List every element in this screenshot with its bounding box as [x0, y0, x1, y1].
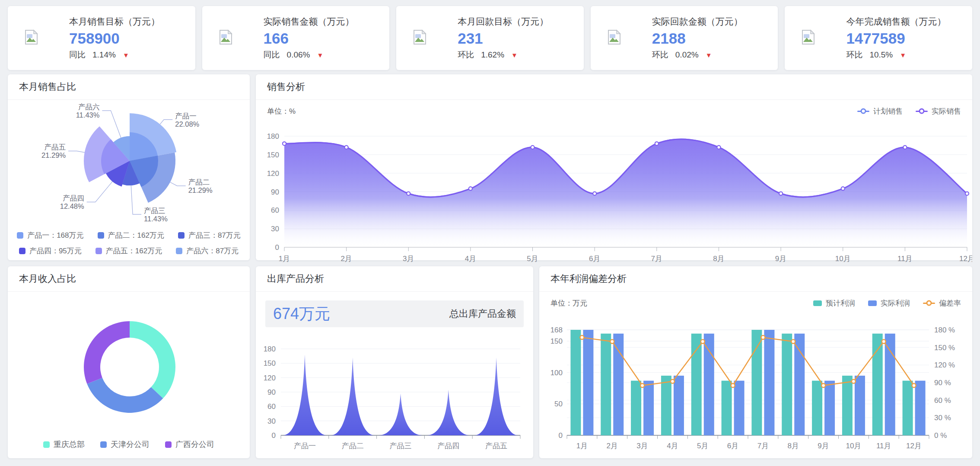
svg-text:3月: 3月	[403, 255, 414, 263]
svg-text:4月: 4月	[667, 442, 678, 450]
svg-text:9月: 9月	[818, 442, 829, 450]
svg-text:120: 120	[267, 169, 279, 178]
legend-swatch	[95, 248, 102, 254]
panel-title: 本月收入占比	[8, 266, 250, 292]
kpi-delta-label: 环比	[846, 49, 862, 61]
legend-swatch	[19, 248, 25, 254]
legend-swatch	[100, 441, 107, 448]
legend-item-deviation-rate[interactable]: 偏差率	[923, 298, 961, 308]
svg-text:产品四: 产品四	[63, 194, 84, 202]
line-marker-icon	[916, 111, 928, 112]
kpi-value: 231	[458, 31, 548, 47]
legend-item[interactable]: 产品四：95万元	[19, 246, 82, 256]
kpi-title: 本月回款目标（万元）	[458, 16, 548, 28]
svg-text:11月: 11月	[897, 255, 913, 263]
kpi-card-year-sales: 今年完成销售额（万元） 1477589 环比10.5%▼	[785, 6, 972, 70]
svg-text:11.43%: 11.43%	[144, 215, 168, 223]
rose-legend: 产品一：168万元 产品二：162万元 产品三：87万元 产品四：95万元 产品…	[8, 230, 250, 256]
svg-text:0: 0	[559, 431, 563, 440]
svg-text:168: 168	[550, 326, 563, 334]
svg-text:3月: 3月	[636, 442, 648, 450]
outbound-products-peak-chart: 0306090120150180产品一产品二产品三产品四产品五	[256, 330, 533, 459]
monthly-income-share-donut-chart	[8, 292, 250, 428]
legend-item[interactable]: 产品二：162万元	[98, 230, 164, 240]
kpi-title: 今年完成销售额（万元）	[846, 16, 946, 28]
legend-swatch	[43, 441, 50, 448]
svg-text:30: 30	[267, 417, 276, 425]
svg-text:11月: 11月	[876, 442, 891, 450]
unit-label: 单位：万元	[550, 298, 587, 308]
svg-text:0: 0	[275, 243, 279, 252]
trend-down-icon: ▼	[706, 51, 712, 59]
legend-item[interactable]: 产品三：87万元	[178, 230, 241, 240]
legend-swatch	[178, 232, 185, 239]
svg-text:150 %: 150 %	[934, 344, 955, 352]
image-placeholder-icon	[217, 29, 234, 46]
legend-item-planned-sales[interactable]: 计划销售	[857, 106, 903, 116]
legend-item-tianjin[interactable]: 天津分公司	[100, 439, 150, 450]
svg-text:10月: 10月	[846, 442, 861, 450]
svg-text:50: 50	[554, 400, 563, 408]
svg-text:产品四: 产品四	[437, 442, 459, 450]
svg-text:180: 180	[267, 132, 279, 140]
svg-text:8月: 8月	[788, 442, 799, 450]
dashboard: 本月销售目标（万元） 758900 同比1.14%▼ 实际销售金额（万元） 16…	[0, 0, 980, 466]
svg-text:21.29%: 21.29%	[41, 151, 66, 159]
svg-text:产品一: 产品一	[294, 442, 316, 450]
svg-text:8月: 8月	[713, 255, 724, 263]
outbound-total-value: 674万元	[273, 303, 330, 325]
legend-swatch	[176, 248, 182, 254]
image-placeholder-icon	[411, 29, 428, 46]
legend-item[interactable]: 产品五：162万元	[95, 246, 162, 256]
svg-text:90: 90	[267, 388, 276, 396]
legend-item[interactable]: 产品一：168万元	[17, 230, 83, 240]
legend-swatch	[813, 300, 822, 306]
kpi-value: 758900	[69, 31, 160, 47]
svg-text:60: 60	[271, 206, 279, 214]
legend-item-actual-profit[interactable]: 实际利润	[868, 298, 910, 308]
legend-swatch	[17, 232, 23, 239]
svg-text:21.29%: 21.29%	[188, 186, 213, 194]
svg-text:11.43%: 11.43%	[76, 111, 100, 119]
svg-text:30: 30	[271, 225, 279, 233]
panel-monthly-sales-share: 本月销售占比 产品一22.08%产品二21.29%产品三11.43%产品四12.…	[8, 74, 250, 260]
kpi-delta-value: 1.62%	[481, 50, 504, 60]
trend-down-icon: ▼	[900, 51, 906, 59]
svg-text:1月: 1月	[279, 255, 290, 263]
legend-item-actual-sales[interactable]: 实际销售	[916, 106, 961, 116]
legend-swatch	[165, 441, 172, 448]
sales-legend: 计划销售 实际销售	[857, 106, 961, 116]
trend-down-icon: ▼	[123, 51, 129, 59]
legend-item-chongqing[interactable]: 重庆总部	[43, 439, 85, 450]
panel-monthly-income-share: 本月收入占比 重庆总部 天津分公司 广西分公司	[8, 266, 250, 458]
svg-text:1月: 1月	[576, 442, 588, 450]
kpi-delta-value: 0.02%	[675, 50, 699, 60]
svg-text:2月: 2月	[607, 442, 618, 450]
svg-text:6月: 6月	[727, 442, 738, 450]
kpi-card-actual-sales: 实际销售金额（万元） 166 同比0.06%▼	[202, 6, 390, 70]
kpi-value: 2188	[652, 31, 743, 47]
kpi-card-sales-target: 本月销售目标（万元） 758900 同比1.14%▼	[8, 6, 195, 70]
kpi-delta-value: 10.5%	[869, 50, 893, 60]
svg-text:产品五: 产品五	[485, 442, 507, 450]
svg-text:150: 150	[550, 337, 563, 345]
panel-title: 出库产品分析	[256, 266, 533, 292]
svg-text:0: 0	[272, 431, 276, 440]
svg-text:90: 90	[271, 188, 279, 196]
panel-title: 本年利润偏差分析	[539, 266, 972, 292]
donut-legend: 重庆总部 天津分公司 广西分公司	[8, 439, 250, 450]
legend-item-expected-profit[interactable]: 预计利润	[813, 298, 855, 308]
legend-item[interactable]: 产品六：87万元	[176, 246, 239, 256]
kpi-delta-label: 环比	[458, 49, 474, 61]
legend-swatch	[98, 232, 104, 239]
kpi-cards-row: 本月销售目标（万元） 758900 同比1.14%▼ 实际销售金额（万元） 16…	[8, 6, 972, 70]
svg-text:7月: 7月	[757, 442, 769, 450]
kpi-title: 本月销售目标（万元）	[69, 16, 160, 28]
svg-text:120 %: 120 %	[934, 361, 955, 369]
svg-text:30 %: 30 %	[934, 414, 951, 422]
legend-item-guangxi[interactable]: 广西分公司	[165, 439, 214, 450]
kpi-delta-label: 环比	[652, 49, 668, 61]
kpi-card-actual-payment: 实际回款金额（万元） 2188 环比0.02%▼	[591, 6, 778, 70]
image-placeholder-icon	[799, 29, 817, 46]
svg-text:90 %: 90 %	[934, 379, 951, 387]
